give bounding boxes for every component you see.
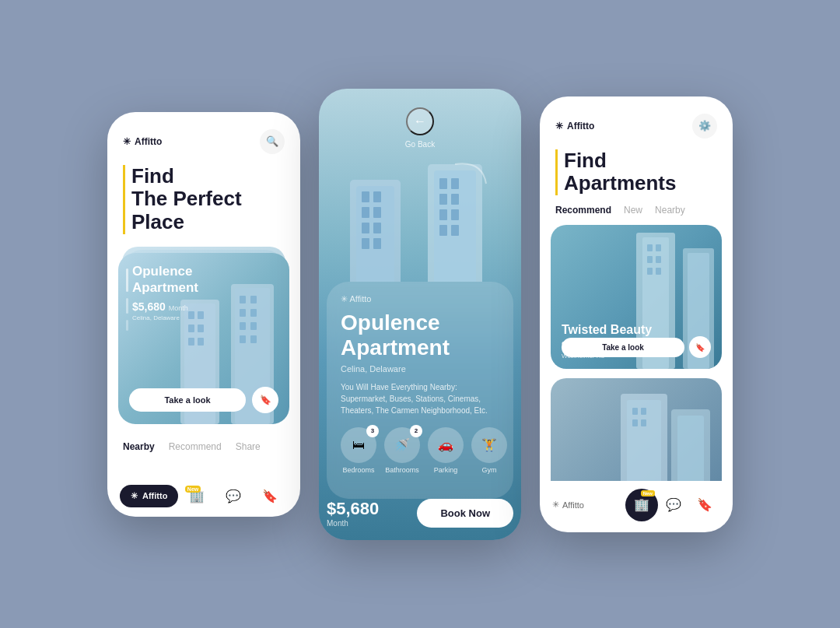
back-button[interactable]: ← <box>406 107 434 135</box>
svg-rect-26 <box>362 238 369 249</box>
bathrooms-count: 2 <box>410 425 422 437</box>
phone3-brand-star: ✳ <box>555 121 563 132</box>
svg-rect-7 <box>198 338 204 346</box>
svg-rect-34 <box>439 209 447 220</box>
search-icon: 🔍 <box>266 135 278 147</box>
svg-rect-55 <box>677 416 704 480</box>
svg-rect-37 <box>451 225 459 236</box>
tab-recommend[interactable]: Recommend <box>169 441 222 452</box>
svg-rect-6 <box>188 338 194 346</box>
svg-rect-22 <box>362 207 369 218</box>
svg-rect-44 <box>647 268 653 275</box>
bathrooms-icon-circle: 🚿 2 <box>384 427 420 463</box>
location: Celina, Delaware <box>132 314 198 321</box>
svg-rect-51 <box>641 408 646 415</box>
phone-1: ✳ Affitto 🔍 FindThe PerfectPlace <box>107 112 300 517</box>
svg-rect-35 <box>451 209 459 220</box>
phone3-header: ✳ Affitto ⚙️ <box>540 96 733 146</box>
decorators <box>126 268 128 331</box>
tab-nearby[interactable]: Nearby <box>123 441 155 452</box>
card1-bookmark-button[interactable]: 🔖 <box>689 336 711 358</box>
svg-rect-20 <box>362 191 369 202</box>
search-button[interactable]: 🔍 <box>260 129 285 154</box>
bookmark-nav-icon: 🔖 <box>262 489 278 503</box>
card1-bookmark-icon: 🔖 <box>695 343 705 352</box>
phone3-buildings-icon: 🏢 <box>634 497 649 512</box>
svg-rect-45 <box>656 268 661 275</box>
svg-rect-10 <box>240 296 246 303</box>
phone2-description: You Will Have Everything Nearby: Superma… <box>341 381 499 416</box>
bookmark-button[interactable]: 🔖 <box>252 387 278 413</box>
svg-rect-52 <box>632 419 638 426</box>
tab-share[interactable]: Share <box>236 441 261 452</box>
phone3-title: FindApartments <box>540 146 733 205</box>
amenity-bedrooms: 🛏 3 Bedrooms <box>341 427 376 474</box>
svg-rect-30 <box>439 178 447 189</box>
svg-rect-50 <box>632 408 638 415</box>
phone2-brand: ✳ Affitto <box>341 294 499 304</box>
phone-3: ✳ Affitto ⚙️ FindApartments Recommend Ne… <box>540 96 733 532</box>
card1-actions: Take a look 🔖 <box>562 336 711 358</box>
svg-rect-53 <box>641 419 646 426</box>
amenities-list: 🛏 3 Bedrooms 🚿 2 Bathrooms 🚗 Parking <box>341 427 499 474</box>
amenity-gym: 🏋 Gym <box>471 427 507 474</box>
svg-rect-24 <box>362 223 369 233</box>
phone2-footer: $5,680 Month Book Now <box>319 499 521 540</box>
price-amount: $5,680 <box>327 499 379 518</box>
amenity-bathrooms: 🚿 2 Bathrooms <box>384 427 420 474</box>
price-period: Month <box>327 519 379 528</box>
svg-rect-12 <box>240 309 246 317</box>
bottom-nav: ✳ Affitto 🏢 New 💬 🔖 <box>107 479 300 517</box>
price: $5,680 Month <box>132 300 198 313</box>
phone3-nav-buildings-button[interactable]: 🏢 New <box>625 489 658 521</box>
phone2-price: $5,680 Month <box>327 499 379 528</box>
svg-rect-43 <box>656 256 661 263</box>
phone3-nav-bookmark-button[interactable]: 🔖 <box>689 489 720 521</box>
phone3-brand-name: Affitto <box>567 121 594 132</box>
bookmark-icon: 🔖 <box>260 395 271 405</box>
svg-rect-36 <box>439 225 447 236</box>
nav-chat-button[interactable]: 💬 <box>215 489 251 503</box>
nav-brand-pill[interactable]: ✳ Affitto <box>120 485 178 507</box>
svg-rect-16 <box>240 335 246 343</box>
phone2-header: ← Go Back <box>319 89 521 156</box>
nav-bookmark-button[interactable]: 🔖 <box>251 489 288 503</box>
card1-take-look-button[interactable]: Take a look <box>562 338 684 357</box>
svg-rect-17 <box>250 335 257 343</box>
phone3-bottom-nav: ✳ Affitto 🏢 New 💬 🔖 <box>540 481 733 532</box>
gym-icon: 🏋 <box>481 437 497 452</box>
phone3-nav-chat-button[interactable]: 💬 <box>658 489 689 521</box>
phone3-nav-brand-label: Affitto <box>562 500 584 510</box>
svg-rect-31 <box>451 178 459 189</box>
phone2-brand-text: ✳ Affitto <box>341 294 371 304</box>
building-svg-2 <box>319 156 521 282</box>
svg-rect-13 <box>250 309 257 317</box>
phone3-chat-icon: 💬 <box>666 497 681 512</box>
svg-rect-14 <box>240 322 246 330</box>
apartment-name: OpulenceApartment <box>132 264 198 296</box>
tab-recommend[interactable]: Recommend <box>555 205 611 216</box>
nav-buildings-button[interactable]: 🏢 New <box>178 489 215 503</box>
book-now-button[interactable]: Book Now <box>417 499 513 528</box>
take-look-button[interactable]: Take a look <box>129 388 246 412</box>
brand-logo: ✳ Affitto <box>123 136 162 147</box>
phone1-header: ✳ Affitto 🔍 <box>107 112 300 162</box>
phone2-location: Celina, Delaware <box>341 364 499 374</box>
tab-new[interactable]: New <box>624 205 642 216</box>
svg-rect-21 <box>373 191 381 202</box>
svg-rect-32 <box>439 194 447 205</box>
svg-rect-33 <box>451 194 459 205</box>
svg-rect-27 <box>373 238 381 249</box>
decorator-bar-2 <box>126 298 128 314</box>
parking-label: Parking <box>434 466 458 474</box>
svg-rect-3 <box>198 311 204 319</box>
tab-nearby[interactable]: Nearby <box>655 205 685 216</box>
filter-button[interactable]: ⚙️ <box>692 114 717 139</box>
nav-star-icon: ✳ <box>131 491 138 501</box>
gym-label: Gym <box>482 466 497 474</box>
phone3-bookmark-icon: 🔖 <box>697 497 712 512</box>
phone3-headline: FindApartments <box>555 149 717 196</box>
apartment-cards-list: Twisted Beauty $2,235 Month Westheimer R… <box>540 225 733 480</box>
svg-rect-41 <box>656 244 661 251</box>
parking-icon-circle: 🚗 <box>428 427 464 463</box>
